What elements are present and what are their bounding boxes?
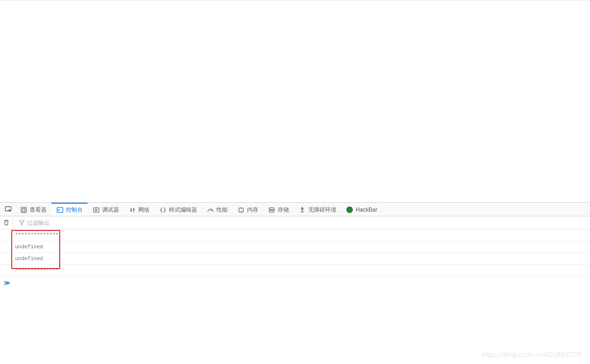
svg-rect-6: [269, 207, 274, 209]
svg-rect-7: [269, 210, 274, 212]
tab-label: 控制台: [66, 206, 83, 214]
filter-input[interactable]: [27, 220, 121, 226]
debugger-icon: [92, 206, 100, 214]
tab-label: HackBar: [356, 206, 377, 213]
tab-accessibility[interactable]: 无障碍环境: [294, 203, 341, 216]
tab-label: 查看器: [30, 206, 47, 214]
svg-rect-2: [22, 208, 25, 211]
storage-icon: [268, 206, 275, 214]
accessibility-icon: [298, 206, 306, 214]
tab-label: 网络: [138, 206, 150, 214]
tab-console[interactable]: 控制台: [51, 203, 88, 216]
console-log-row[interactable]: undefined: [0, 253, 590, 265]
page-content-area: [0, 0, 590, 202]
svg-rect-1: [21, 207, 26, 212]
clear-console-button[interactable]: [2, 217, 13, 229]
tab-label: 无障碍环境: [308, 206, 336, 214]
inspector-icon: [20, 206, 27, 214]
svg-rect-3: [57, 207, 63, 212]
funnel-icon: [19, 220, 25, 226]
svg-point-8: [302, 207, 303, 208]
svg-rect-5: [239, 208, 243, 212]
network-icon: [128, 206, 136, 214]
devtools-toolbar: 查看器 控制台 调试器 网络 样式编辑器 性能 内存: [0, 202, 590, 216]
console-output-area: ************** undefined undefined *****…: [0, 229, 590, 277]
tab-network[interactable]: 网络: [124, 203, 154, 216]
console-prompt-row[interactable]: ≫: [0, 277, 590, 289]
tab-label: 调试器: [102, 206, 119, 214]
tab-memory[interactable]: 内存: [232, 203, 263, 216]
tab-inspector[interactable]: 查看器: [15, 203, 51, 216]
console-icon: [56, 206, 64, 214]
styleeditor-icon: [159, 206, 167, 214]
performance-icon: [207, 206, 214, 214]
console-log-row[interactable]: **************: [0, 265, 590, 277]
console-log-row[interactable]: undefined: [0, 241, 590, 253]
prompt-chevron-icon: ≫: [4, 279, 10, 286]
tab-storage[interactable]: 存储: [263, 203, 294, 216]
tab-label: 内存: [247, 206, 258, 214]
tab-debugger[interactable]: 调试器: [88, 203, 124, 216]
tab-hackbar[interactable]: HackBar: [341, 203, 382, 216]
tab-label: 样式编辑器: [169, 206, 197, 214]
element-picker-button[interactable]: [2, 203, 15, 216]
hackbar-icon: [346, 206, 353, 214]
tab-performance[interactable]: 性能: [202, 203, 232, 216]
tab-label: 性能: [216, 206, 228, 214]
trash-icon: [3, 219, 10, 226]
console-filter-bar: [0, 216, 590, 229]
memory-icon: [237, 206, 245, 214]
watermark-text: https://blog.csdn.net/CUFEECR: [482, 350, 582, 358]
tab-label: 存储: [278, 206, 289, 214]
tab-styleeditor[interactable]: 样式编辑器: [154, 203, 202, 216]
console-log-row[interactable]: **************: [0, 229, 590, 241]
element-picker-icon: [5, 206, 12, 213]
